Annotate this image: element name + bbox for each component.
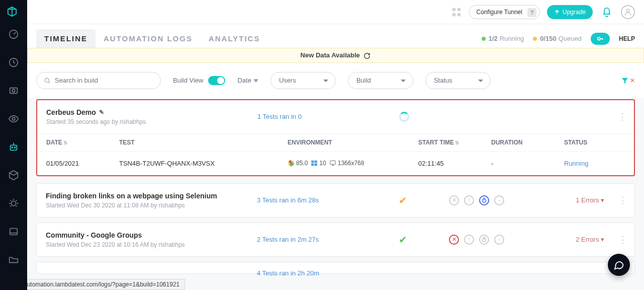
running-count-label: Running (500, 35, 524, 42)
build-subtitle: Started Wed Dec 30 2020 at 11:08 AM by r… (46, 202, 217, 209)
access-key-button[interactable] (591, 33, 610, 45)
build-title-row: Cerbeus Demo ✎ (46, 108, 146, 116)
col-env-label: ENVIRONMENT (288, 139, 332, 146)
nav-visual-icon[interactable] (7, 112, 21, 126)
errors-label[interactable]: 2 Errors ▾ (576, 236, 604, 243)
tabs-row: TIMELINE AUTOMATION LOGS ANALYTICS 1/2 R… (27, 24, 644, 48)
topbar: Configure Tunnel ? Upgrade (27, 0, 644, 24)
kebab-menu-icon[interactable]: ⋮ (618, 195, 627, 206)
cell-status: Running (564, 160, 625, 167)
tab-automation-logs[interactable]: AUTOMATION LOGS (96, 29, 201, 48)
build-subtitle: Started 35 seconds ago by rishabhps (46, 118, 146, 125)
upgrade-button[interactable]: Upgrade (547, 5, 593, 19)
search-input[interactable] (55, 77, 153, 84)
nav-bug-icon[interactable] (7, 196, 21, 210)
svg-point-7 (15, 147, 16, 148)
status-icons: ✕ ! − (449, 235, 504, 245)
tests-ran-label: 3 Tests ran in 6m 28s (257, 196, 319, 204)
nav-dashboard-icon[interactable] (7, 27, 21, 41)
status-url-bar: https://automation.lambdatest.com/logs/?… (0, 279, 185, 290)
svg-point-15 (598, 37, 600, 40)
col-status-label: STATUS (564, 139, 587, 146)
queued-dot-icon (533, 37, 537, 41)
build-card-brokenlinks[interactable]: Finding broken links on a webpage using … (36, 183, 635, 218)
apps-grid-icon[interactable] (451, 7, 462, 18)
build-status-col (399, 112, 409, 122)
content-area: TIMELINE AUTOMATION LOGS ANALYTICS 1/2 R… (27, 24, 644, 290)
minus-circle-icon: − (494, 235, 504, 245)
queued-count-value: 0/150 (540, 35, 557, 42)
build-select[interactable]: Build (348, 72, 413, 89)
svg-point-3 (12, 89, 15, 92)
tab-analytics[interactable]: ANALYTICS (201, 29, 268, 48)
filters-row: Build View Date Users Build Status ✕ (27, 63, 644, 98)
new-data-banner[interactable]: New Data Available (27, 48, 644, 63)
svg-point-4 (12, 117, 15, 120)
tabs-right: 1/2 Running 0/150 Queued HELP (482, 33, 635, 45)
spinner-icon (399, 112, 409, 122)
upgrade-label: Upgrade (563, 9, 586, 16)
build-subtitle: Started Wed Dec 23 2020 at 10:16 AM by r… (46, 241, 185, 248)
svg-rect-12 (452, 13, 455, 16)
check-icon: ✔ (399, 195, 407, 206)
build-view-switch[interactable] (208, 76, 225, 85)
tests-ran-label: 1 Tests ran in 0 (257, 113, 302, 120)
date-sort[interactable]: Date (237, 77, 258, 84)
table-header: DATE⇅ TEST ENVIRONMENT START TIME⇅ DURAT… (37, 133, 634, 151)
new-data-label: New Data Available (301, 51, 360, 59)
users-select[interactable]: Users (270, 72, 336, 89)
configure-tunnel-button[interactable]: Configure Tunnel ? (469, 5, 540, 19)
tab-timeline[interactable]: TIMELINE (36, 29, 96, 48)
build-card-community[interactable]: Community - Google Groups Started Wed De… (36, 223, 635, 257)
edit-icon[interactable]: ✎ (99, 109, 104, 116)
help-badge-icon: ? (527, 8, 536, 17)
status-icons: ✕ ! − (449, 195, 504, 205)
cell-env: 85.0 10 1366x768 (288, 160, 418, 167)
queued-counter: 0/150 Queued (533, 35, 582, 42)
table-row[interactable]: 01/05/2021 TSN4B-T2UWF-QHANX-M3VSX 85.0 … (37, 151, 634, 175)
kebab-menu-icon[interactable]: ⋮ (618, 111, 627, 122)
svg-rect-10 (452, 8, 455, 11)
svg-point-8 (11, 201, 16, 205)
svg-point-6 (12, 147, 13, 148)
nav-automation-icon[interactable] (7, 140, 21, 154)
build-card-peek[interactable]: 4 Tests ran in 2h 20m (36, 262, 635, 274)
build-title: Finding broken links on a webpage using … (46, 192, 217, 200)
sort-icon (253, 78, 258, 83)
build-title: Cerbeus Demo (46, 108, 96, 116)
chat-icon (613, 259, 624, 270)
help-link[interactable]: HELP (619, 35, 635, 42)
queued-count-label: Queued (559, 35, 582, 42)
chat-fab-button[interactable] (608, 254, 630, 276)
running-dot-icon (482, 37, 486, 41)
nav-history-icon[interactable] (7, 55, 21, 69)
build-view-toggle: Build View (173, 76, 225, 85)
running-count-value: 1/2 (489, 35, 498, 42)
svg-rect-13 (457, 13, 460, 16)
svg-rect-19 (312, 161, 314, 163)
build-card-cerbeus[interactable]: Cerbeus Demo ✎ Started 35 seconds ago by… (36, 99, 635, 176)
status-select[interactable]: Status (425, 72, 491, 89)
cell-test: TSN4B-T2UWF-QHANX-M3VSX (119, 160, 288, 167)
col-start-label: START TIME (418, 139, 454, 146)
build-view-label: Build View (173, 77, 203, 84)
build-title: Community - Google Groups (46, 231, 142, 239)
svg-rect-9 (10, 229, 18, 235)
nav-cube-icon[interactable] (7, 168, 21, 182)
nav-folder-icon[interactable] (7, 253, 21, 267)
svg-rect-21 (312, 164, 314, 166)
check-icon: ✔ (399, 234, 407, 245)
nav-device-icon[interactable] (7, 225, 21, 239)
clear-filter-button[interactable]: ✕ (621, 77, 635, 85)
funnel-icon (621, 77, 629, 85)
nav-screenshot-icon[interactable] (7, 84, 21, 98)
running-counter: 1/2 Running (482, 35, 524, 42)
brand-logo-icon (7, 6, 21, 20)
avatar-icon[interactable] (621, 5, 635, 19)
notifications-icon[interactable] (600, 5, 614, 19)
errors-label[interactable]: 1 Errors ▾ (576, 196, 604, 204)
kebab-menu-icon[interactable]: ⋮ (618, 234, 627, 245)
svg-rect-22 (315, 164, 317, 166)
svg-rect-20 (315, 161, 317, 163)
svg-rect-2 (10, 88, 18, 94)
